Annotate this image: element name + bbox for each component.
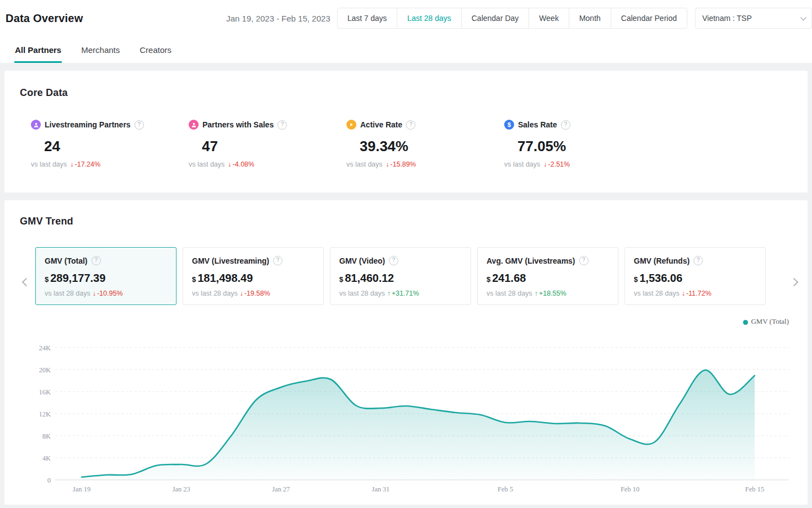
carousel-right-arrow[interactable]	[788, 271, 800, 293]
metric-label: Active Rate	[360, 120, 402, 129]
tab-creators[interactable]: Creators	[140, 36, 172, 63]
gmv-card-head: GMV (Refunds)	[634, 256, 756, 265]
gmv-card-head: GMV (Video)	[339, 256, 462, 265]
gmv-card-delta: +31.71%	[392, 290, 419, 297]
metric-head: Partners with Sales	[189, 120, 346, 130]
metric-compare: vs last days-15.89%	[346, 161, 504, 168]
legend-dot-icon	[743, 320, 748, 325]
amount: 241.68	[492, 272, 526, 284]
up-arrow-icon	[535, 290, 538, 297]
metric-label: Sales Rate	[518, 120, 557, 129]
metric-active-rate: Active Rate 39.34% vs last days-15.89%	[346, 120, 504, 168]
help-icon[interactable]	[389, 256, 398, 265]
preset-last-28-days[interactable]: Last 28 days	[397, 8, 461, 29]
svg-text:24K: 24K	[39, 344, 51, 352]
compare-prefix: vs last days	[504, 161, 540, 168]
carousel-left-arrow[interactable]	[20, 271, 32, 293]
currency-symbol: $	[634, 275, 638, 284]
person-icon	[31, 120, 41, 130]
gmv-chart-area: 04K8K12K16K20K24KJan 19Jan 23Jan 27Jan 3…	[20, 333, 792, 500]
chart-legend[interactable]: GMV (Total)	[20, 317, 789, 326]
region-selector-value: Vietnam : TSP	[702, 14, 752, 23]
down-arrow-icon	[386, 161, 389, 168]
down-arrow-icon	[543, 161, 547, 168]
svg-text:12K: 12K	[39, 410, 51, 418]
help-icon[interactable]	[693, 256, 703, 265]
preset-calendar-period[interactable]: Calendar Period	[611, 8, 687, 29]
gmv-card-label: GMV (Total)	[45, 256, 88, 265]
metric-delta: -17.24%	[75, 161, 101, 168]
chevron-down-icon	[800, 14, 806, 20]
svg-text:8K: 8K	[42, 432, 51, 440]
header: Data Overview Jan 19, 2023 - Feb 15, 202…	[0, 0, 812, 63]
gmv-trend-chart: 04K8K12K16K20K24KJan 19Jan 23Jan 27Jan 3…	[20, 333, 792, 498]
svg-text:Jan 23: Jan 23	[173, 485, 190, 493]
svg-text:Feb 10: Feb 10	[621, 485, 639, 493]
chevron-left-icon	[22, 277, 30, 286]
help-icon[interactable]	[273, 256, 282, 265]
gmv-card-label: GMV (Livestreaming)	[192, 256, 269, 265]
metric-head: Sales Rate	[504, 120, 662, 130]
svg-text:20K: 20K	[39, 366, 51, 374]
preset-calendar-day[interactable]: Calendar Day	[461, 8, 530, 29]
help-icon[interactable]	[92, 256, 101, 265]
gmv-card-delta: +18.55%	[539, 290, 567, 297]
gmv-card-compare: vs last 28 days+31.71%	[339, 290, 462, 297]
preset-week[interactable]: Week	[528, 8, 569, 29]
svg-text:Feb 5: Feb 5	[498, 485, 513, 493]
metric-delta: -4.08%	[233, 161, 255, 168]
compare-prefix: vs last 28 days	[487, 290, 532, 297]
compare-prefix: vs last 28 days	[339, 290, 385, 297]
gmv-card-livestreaming[interactable]: GMV (Livestreaming) $181,498.49 vs last …	[183, 247, 324, 305]
compare-prefix: vs last 28 days	[634, 290, 680, 297]
help-icon[interactable]	[579, 256, 589, 265]
money-bag-icon	[504, 120, 514, 130]
gmv-card-delta: -19.58%	[244, 290, 270, 297]
metric-value: 77.05%	[517, 138, 662, 155]
person-sales-icon	[189, 120, 199, 130]
svg-text:Jan 19: Jan 19	[73, 485, 90, 493]
help-icon[interactable]	[561, 120, 570, 130]
down-arrow-icon	[93, 290, 96, 297]
gmv-card-value: $181,498.49	[192, 272, 314, 285]
gmv-card-compare: vs last 28 days-19.58%	[192, 290, 314, 297]
region-selector[interactable]: Vietnam : TSP	[695, 8, 812, 29]
gmv-card-value: $1,536.06	[634, 272, 756, 285]
metric-partners-with-sales: Partners with Sales 47 vs last days-4.08…	[189, 120, 346, 168]
gmv-card-label: GMV (Refunds)	[634, 256, 690, 265]
metric-label: Partners with Sales	[202, 120, 274, 129]
gmv-card-video[interactable]: GMV (Video) $81,460.12 vs last 28 days+3…	[330, 247, 471, 305]
help-icon[interactable]	[277, 120, 287, 130]
currency-symbol: $	[192, 275, 196, 284]
currency-symbol: $	[45, 275, 49, 284]
gmv-card-delta: -10.95%	[97, 290, 123, 297]
gmv-card-avg-livestreams[interactable]: Avg. GMV (Livestreams) $241.68 vs last 2…	[477, 247, 618, 305]
down-arrow-icon	[228, 161, 231, 168]
metric-livestreaming-partners: Livestreaming Partners 24 vs last days-1…	[31, 120, 189, 168]
tab-merchants[interactable]: Merchants	[81, 36, 120, 63]
metric-value: 24	[44, 138, 189, 155]
metric-sales-rate: Sales Rate 77.05% vs last days-2.51%	[504, 120, 662, 168]
core-metrics-row: Livestreaming Partners 24 vs last days-1…	[31, 120, 792, 168]
date-preset-group: Last 7 days Last 28 days Calendar Day We…	[337, 8, 687, 29]
amount: 181,498.49	[197, 272, 253, 284]
gmv-card-refunds[interactable]: GMV (Refunds) $1,536.06 vs last 28 days-…	[624, 247, 766, 305]
help-icon[interactable]	[406, 120, 415, 130]
down-arrow-icon	[70, 161, 73, 168]
metric-compare: vs last days-4.08%	[189, 161, 346, 168]
gmv-card-label: Avg. GMV (Livestreams)	[487, 256, 575, 265]
down-arrow-icon	[682, 290, 685, 297]
tab-all-partners[interactable]: All Partners	[15, 36, 61, 63]
metric-compare: vs last days-17.24%	[31, 161, 189, 168]
svg-text:0: 0	[47, 477, 51, 484]
gmv-card-value: $81,460.12	[339, 272, 462, 285]
preset-month[interactable]: Month	[569, 8, 611, 29]
help-icon[interactable]	[135, 120, 144, 130]
amount: 289,177.39	[50, 272, 105, 284]
gmv-card-total[interactable]: GMV (Total) $289,177.39 vs last 28 days-…	[35, 247, 177, 305]
gmv-card-delta: -11.72%	[686, 290, 712, 297]
preset-last-7-days[interactable]: Last 7 days	[337, 8, 398, 29]
svg-text:4K: 4K	[42, 454, 51, 462]
gmv-card-row: GMV (Total) $289,177.39 vs last 28 days-…	[35, 247, 792, 305]
metric-value: 39.34%	[360, 138, 504, 155]
